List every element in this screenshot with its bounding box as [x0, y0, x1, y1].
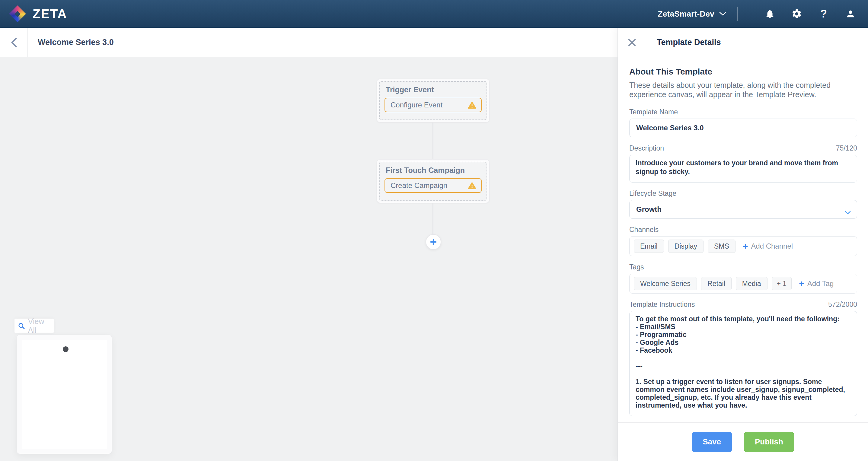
panel-body: About This Template These details about … — [618, 58, 868, 422]
flow-node-first-touch-campaign[interactable]: First Touch Campaign Create Campaign — [377, 159, 490, 203]
page-title: Welcome Series 3.0 — [38, 38, 114, 47]
chevron-down-icon[interactable] — [719, 12, 726, 16]
about-heading: About This Template — [629, 67, 857, 77]
create-campaign-button[interactable]: Create Campaign — [384, 178, 482, 193]
chevron-down-icon — [845, 208, 851, 216]
top-navbar: ZETA ZetaSmart-Dev ? — [0, 0, 868, 28]
configure-event-button[interactable]: Configure Event — [384, 98, 482, 112]
minimap-node-dot — [63, 347, 68, 352]
warning-icon — [468, 101, 476, 109]
node-title: First Touch Campaign — [386, 166, 487, 175]
channels-label: Channels — [629, 226, 658, 234]
template-name-input[interactable]: Welcome Series 3.0 — [629, 119, 857, 137]
channel-chip[interactable]: SMS — [708, 239, 736, 253]
lifecycle-stage-label: Lifecycle Stage — [629, 190, 676, 198]
channel-chip[interactable]: Display — [668, 239, 704, 253]
zeta-logo[interactable]: ZETA — [9, 5, 67, 22]
search-icon — [18, 322, 25, 330]
help-icon[interactable]: ? — [818, 8, 829, 19]
lifecycle-stage-group: Lifecycle Stage Growth — [629, 189, 857, 219]
experience-canvas-pane: Welcome Series 3.0 Trigger Event Configu… — [0, 28, 618, 461]
instructions-label: Template Instructions — [629, 300, 695, 309]
plus-icon: + — [799, 279, 804, 288]
flow-node-trigger-event[interactable]: Trigger Event Configure Event — [377, 79, 490, 123]
instructions-group: Template Instructions 572/2000 To get th… — [629, 300, 857, 416]
channel-chip[interactable]: Email — [634, 239, 664, 253]
flow-connector — [433, 123, 433, 159]
close-icon — [628, 39, 636, 46]
canvas-search-input[interactable]: View All — [14, 319, 54, 333]
flow-canvas[interactable]: Trigger Event Configure Event First T — [0, 58, 618, 461]
canvas-header: Welcome Series 3.0 — [0, 28, 618, 57]
minimap[interactable] — [17, 335, 112, 454]
description-label: Description — [629, 144, 664, 152]
bell-icon[interactable] — [765, 8, 775, 19]
description-group: Description 75/120 Introduce your custom… — [629, 144, 857, 183]
tags-group: Tags Welcome Series Retail Media + 1 + A… — [629, 263, 857, 294]
close-panel-button[interactable] — [618, 28, 646, 57]
about-description: These details about your template, along… — [629, 80, 857, 99]
tag-overflow-chip[interactable]: + 1 — [772, 277, 792, 290]
description-textarea[interactable]: Introduce your customers to your brand a… — [629, 155, 857, 183]
minimap-viewport — [22, 340, 107, 449]
channels-container: Email Display SMS + Add Channel — [629, 236, 857, 256]
description-counter: 75/120 — [836, 144, 857, 152]
brand-text: ZETA — [33, 7, 67, 21]
node-title: Trigger Event — [386, 86, 487, 94]
navbar-right: ZetaSmart-Dev ? — [658, 7, 856, 21]
plus-icon: + — [743, 242, 748, 251]
panel-header: Template Details — [618, 28, 868, 57]
add-channel-button[interactable]: + Add Channel — [743, 242, 793, 251]
plus-icon — [430, 238, 437, 245]
publish-button[interactable]: Publish — [744, 432, 794, 452]
search-placeholder: View All — [28, 317, 50, 335]
environment-selector[interactable]: ZetaSmart-Dev — [658, 9, 714, 19]
navbar-divider — [737, 7, 738, 21]
save-button[interactable]: Save — [692, 432, 732, 452]
template-details-panel: Template Details About This Template The… — [618, 28, 868, 461]
lifecycle-stage-select[interactable]: Growth — [629, 200, 857, 219]
tag-chip[interactable]: Media — [736, 277, 768, 290]
warning-icon — [468, 182, 476, 190]
add-step-button[interactable] — [426, 234, 441, 250]
template-name-group: Template Name Welcome Series 3.0 — [629, 108, 857, 137]
template-name-label: Template Name — [629, 108, 678, 116]
flow-connector — [433, 203, 433, 235]
tags-container: Welcome Series Retail Media + 1 + Add Ta… — [629, 274, 857, 294]
add-tag-button[interactable]: + Add Tag — [799, 279, 834, 288]
back-button[interactable] — [0, 28, 28, 57]
user-icon[interactable] — [845, 8, 856, 19]
zeta-diamond-icon — [9, 5, 26, 22]
gear-icon[interactable] — [791, 8, 802, 19]
lifecycle-stage-value: Growth — [636, 205, 661, 213]
app-root: ZETA ZetaSmart-Dev ? — [0, 0, 868, 461]
instructions-counter: 572/2000 — [828, 300, 857, 309]
back-chevron-icon — [10, 37, 17, 48]
tag-chip[interactable]: Welcome Series — [634, 277, 697, 290]
tag-chip[interactable]: Retail — [701, 277, 732, 290]
tags-label: Tags — [629, 263, 644, 271]
instructions-textarea[interactable]: To get the most out of this template, yo… — [629, 311, 857, 416]
channels-group: Channels Email Display SMS + Add Channel — [629, 225, 857, 256]
panel-footer: Save Publish — [618, 422, 868, 461]
panel-title: Template Details — [657, 38, 721, 47]
